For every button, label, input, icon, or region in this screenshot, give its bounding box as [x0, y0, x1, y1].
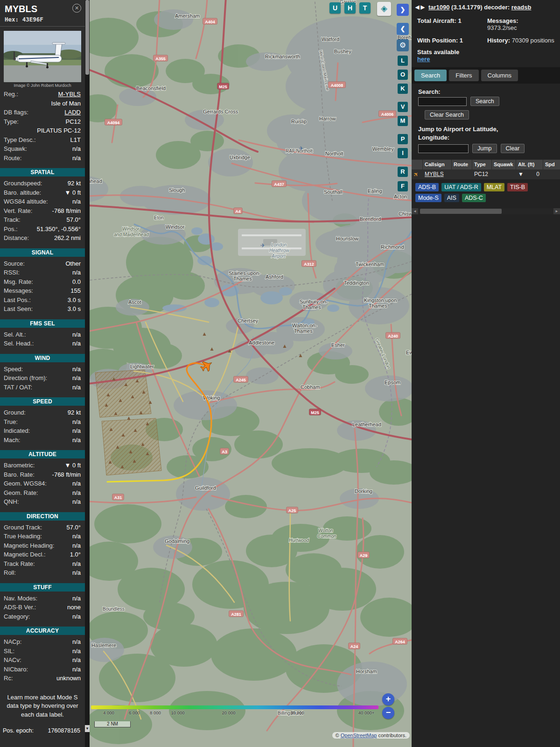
map-button-o[interactable]: O	[398, 70, 408, 80]
aircraft-row-icon: ✈	[412, 169, 421, 179]
row-label: Groundspeed:	[4, 180, 42, 187]
clear-search-button[interactable]: Clear Search	[425, 110, 469, 120]
data-row: Type Desc.:L1T	[0, 135, 85, 145]
legend-mlat[interactable]: MLAT	[484, 183, 504, 191]
row-callsign[interactable]: MYBLS	[423, 169, 452, 179]
hscroll-right-arrow[interactable]: ►	[553, 208, 560, 214]
map-label: Staines-upon-	[229, 270, 261, 276]
col-header-icon[interactable]	[412, 160, 423, 169]
legend-tis-b[interactable]: TIS-B	[507, 183, 528, 191]
row-value: n/a	[72, 384, 81, 391]
clear-jump-button[interactable]: Clear	[501, 144, 525, 153]
row-altitude-value: 0	[536, 169, 539, 179]
aircraft-row[interactable]: ✈ MYBLS PC12 ▼ 0	[412, 169, 560, 179]
prev-arrow-icon[interactable]: ◀	[415, 4, 419, 10]
row-value: n/a	[72, 569, 81, 576]
map-button-f[interactable]: F	[398, 181, 408, 191]
scrollbar-thumb[interactable]	[85, 0, 89, 75]
row-value[interactable]: LADD	[64, 109, 81, 116]
hscroll-track[interactable]	[418, 208, 553, 214]
map-button-k[interactable]: K	[398, 84, 408, 94]
map-canvas[interactable]: AmershamGarstonWatfordBorehamwoodBusheyR…	[90, 0, 412, 747]
road-shield: A4008	[329, 82, 346, 88]
hscroll-left-arrow[interactable]: ◄	[412, 208, 418, 214]
osm-link[interactable]: OpenStreetMap	[341, 733, 377, 738]
search-button[interactable]: Search	[470, 97, 499, 106]
legend-mode-s[interactable]: Mode-S	[415, 194, 441, 202]
data-row: Geom. Rate:n/a	[0, 488, 85, 498]
map-button-u[interactable]: U	[329, 2, 341, 14]
legend-uat-ads-r[interactable]: UAT / ADS-R	[441, 183, 481, 191]
left-panel-scrollbar[interactable]: ▼	[85, 0, 90, 747]
svg-text:A4: A4	[235, 209, 241, 214]
zoom-out-button[interactable]: −	[382, 707, 394, 719]
tab-filters[interactable]: Filters	[449, 70, 478, 81]
data-row: Type:PC12	[0, 117, 85, 127]
data-row: Sel. Head.:n/a	[0, 339, 85, 348]
row-value: 3.0 s	[68, 305, 81, 312]
jump-button[interactable]: Jump	[472, 144, 497, 153]
sidebar-collapse-button[interactable]: ❮	[397, 23, 409, 35]
map-button-r[interactable]: R	[398, 167, 408, 177]
data-row: Geom. WGS84:n/a	[0, 479, 85, 488]
map-button-p[interactable]: P	[398, 134, 408, 144]
jump-input[interactable]	[418, 144, 469, 153]
map-button-t[interactable]: T	[359, 2, 371, 14]
row-value: none	[67, 604, 81, 611]
gear-icon[interactable]: ⚙	[397, 39, 409, 51]
map-label: Windsor	[122, 226, 140, 232]
col-header-route[interactable]: Route	[452, 160, 472, 169]
close-icon[interactable]: ✕	[72, 4, 81, 13]
data-row: Sel. Alt.:n/a	[0, 330, 85, 339]
map-button-l[interactable]: L	[398, 56, 408, 66]
zoom-in-button[interactable]: +	[382, 693, 394, 705]
legend-ais[interactable]: AIS	[444, 194, 459, 202]
scrollbar-down-arrow[interactable]: ▼	[85, 725, 90, 732]
stats-here-link[interactable]: here	[412, 56, 560, 63]
map-label: Ewell	[406, 350, 412, 355]
pos-epoch: Pos. epoch: 1760878165	[0, 727, 84, 734]
row-label: Sel. Alt.:	[4, 331, 26, 338]
col-header-type[interactable]: Type	[472, 160, 492, 169]
col-header-alt-ft-[interactable]: Alt. (ft)	[516, 160, 543, 169]
svg-text:M25: M25	[219, 85, 227, 89]
col-header-spd[interactable]: Spd	[543, 160, 560, 169]
map-button-i[interactable]: I	[398, 148, 408, 158]
data-row: Track Rate:n/a	[0, 559, 85, 569]
sidebar-expand-button[interactable]: ❯	[397, 4, 409, 16]
hscroll-thumb[interactable]	[420, 209, 502, 214]
col-header-squawk[interactable]: Squawk	[492, 160, 516, 169]
tar1090-link[interactable]: tar1090	[428, 4, 450, 11]
row-value: Isle of Man	[51, 100, 81, 107]
row-label: DB flags:	[4, 109, 28, 116]
map-button-v[interactable]: V	[398, 102, 408, 112]
row-value: n/a	[72, 498, 81, 505]
tab-columns[interactable]: Columns	[481, 70, 518, 81]
data-row: ADS-B Ver.:none	[0, 603, 85, 612]
svg-text:A29: A29	[360, 553, 368, 558]
legend-tick: 8 000	[150, 710, 161, 715]
map-button-m[interactable]: M	[398, 116, 408, 126]
svg-text:M25: M25	[311, 410, 319, 415]
legend-ads-b[interactable]: ADS-B	[415, 183, 439, 191]
readsb-link[interactable]: readsb	[511, 4, 532, 11]
tab-search[interactable]: Search	[414, 70, 447, 81]
layers-icon[interactable]: ◈	[377, 2, 391, 16]
row-value[interactable]: M-YBLS	[58, 91, 81, 98]
next-arrow-icon[interactable]: ▶	[420, 4, 424, 10]
legend-ads-c[interactable]: ADS-C	[462, 194, 486, 202]
pos-epoch-value: 1760878165	[48, 727, 80, 734]
search-input[interactable]	[418, 97, 467, 106]
map[interactable]: AmershamGarstonWatfordBorehamwoodBusheyR…	[90, 0, 412, 747]
row-value: PILATUS PC-12	[37, 127, 81, 134]
data-row: Ground Track:57.0°	[0, 523, 85, 532]
map-button-h[interactable]: H	[344, 2, 356, 14]
row-altitude: ▼ 0	[516, 169, 543, 179]
data-row: Pos.:51.350°, -0.556°	[0, 225, 85, 234]
row-value: 155	[70, 287, 81, 294]
map-label: Airport	[271, 254, 286, 259]
aircraft-photo[interactable]	[4, 31, 81, 82]
horizontal-scrollbar[interactable]: ◄ ►	[412, 208, 560, 214]
col-header-callsign[interactable]: Callsign	[423, 160, 452, 169]
svg-text:A25: A25	[288, 508, 296, 513]
